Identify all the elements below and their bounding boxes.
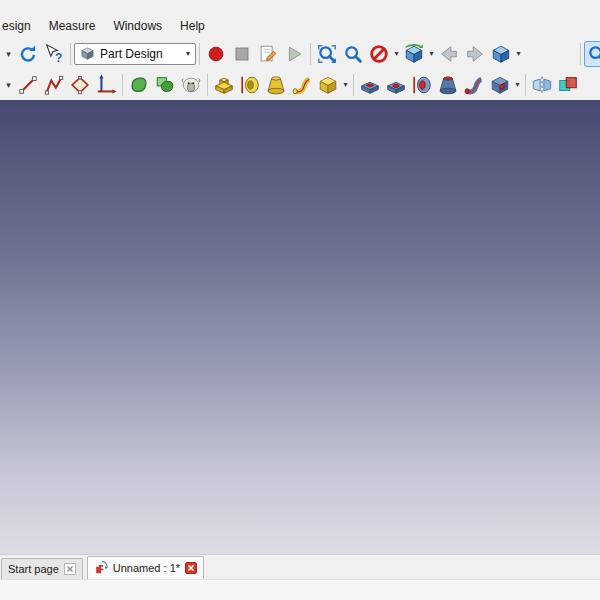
tab-start-page-label: Start page bbox=[8, 563, 59, 575]
toolbar-separator bbox=[525, 74, 526, 96]
sync-view-button[interactable] bbox=[401, 41, 427, 67]
workbench-selector[interactable]: Part Design▾ bbox=[74, 43, 196, 65]
pad-button[interactable] bbox=[211, 72, 237, 98]
partdesign-workbench-icon bbox=[80, 46, 95, 61]
svg-text:?: ? bbox=[55, 51, 62, 65]
subtractive-pipe-button[interactable] bbox=[461, 72, 487, 98]
document-tabbar: Start page Unnamed : 1* bbox=[0, 554, 600, 579]
menu-item-measure[interactable]: Measure bbox=[40, 16, 105, 36]
axonometric-view-button[interactable] bbox=[488, 41, 514, 67]
macro-record-button[interactable] bbox=[203, 41, 229, 67]
nav-forward-button[interactable] bbox=[462, 41, 488, 67]
subtractive-primitive-button-dropdown-arrow[interactable]: ▾ bbox=[513, 80, 522, 89]
menubar: esign Measure Windows Help bbox=[0, 0, 600, 38]
subtractive-loft-button[interactable] bbox=[435, 72, 461, 98]
macro-edit-button[interactable] bbox=[255, 41, 281, 67]
local-coordinate-system-button[interactable] bbox=[93, 72, 119, 98]
tab-unnamed-document[interactable]: Unnamed : 1* bbox=[87, 556, 204, 579]
macro-play-button[interactable] bbox=[281, 41, 307, 67]
zoom-button[interactable] bbox=[584, 41, 600, 67]
draw-style-button-dropdown-arrow[interactable]: ▾ bbox=[392, 49, 401, 58]
menu-item-design[interactable]: esign bbox=[0, 16, 40, 36]
toolbar-partdesign-tools: ▾▾▾ bbox=[0, 69, 600, 100]
toolbar-separator bbox=[70, 43, 71, 65]
sync-view-button-dropdown-arrow[interactable]: ▾ bbox=[427, 49, 436, 58]
refresh-button[interactable] bbox=[15, 41, 41, 67]
status-bar bbox=[0, 579, 600, 600]
additive-loft-button[interactable] bbox=[263, 72, 289, 98]
tab-start-page[interactable]: Start page bbox=[1, 558, 83, 579]
macro-stop-button[interactable] bbox=[229, 41, 255, 67]
toolbar-standard-macro-view: ▾?Part Design▾▾▾▾ bbox=[0, 38, 600, 69]
whats-this-button[interactable]: ? bbox=[41, 41, 67, 67]
nav-back-button[interactable] bbox=[436, 41, 462, 67]
toolbar-separator bbox=[310, 43, 311, 65]
chevron-down-icon: ▾ bbox=[186, 49, 190, 58]
axonometric-view-button-dropdown-arrow[interactable]: ▾ bbox=[514, 49, 523, 58]
menu-item-windows[interactable]: Windows bbox=[104, 16, 171, 36]
toolbar-separator bbox=[122, 74, 123, 96]
pocket-button[interactable] bbox=[357, 72, 383, 98]
datum-line-button[interactable] bbox=[15, 72, 41, 98]
fit-selection-button[interactable] bbox=[340, 41, 366, 67]
subshapebinder-button[interactable] bbox=[152, 72, 178, 98]
workbench-selector-value: Part Design bbox=[100, 47, 163, 61]
menu-item-help[interactable]: Help bbox=[171, 16, 214, 36]
polyline-button[interactable] bbox=[41, 72, 67, 98]
draw-style-button[interactable] bbox=[366, 41, 392, 67]
create-datum-dropdown-arrow[interactable]: ▾ bbox=[2, 80, 15, 90]
tab-unnamed-label: Unnamed : 1* bbox=[113, 562, 180, 574]
groove-button[interactable] bbox=[409, 72, 435, 98]
toolbar-separator bbox=[580, 43, 581, 65]
fit-all-button[interactable] bbox=[314, 41, 340, 67]
redo-dropdown-arrow[interactable]: ▾ bbox=[2, 49, 15, 59]
revolution-button[interactable] bbox=[237, 72, 263, 98]
additive-primitive-button-dropdown-arrow[interactable]: ▾ bbox=[341, 80, 350, 89]
close-icon[interactable] bbox=[185, 562, 197, 574]
hole-button[interactable] bbox=[383, 72, 409, 98]
freecad-document-icon bbox=[94, 561, 108, 575]
toolbar-separator bbox=[199, 43, 200, 65]
close-icon[interactable] bbox=[64, 563, 76, 575]
datum-plane-button[interactable] bbox=[67, 72, 93, 98]
additive-primitive-button[interactable] bbox=[315, 72, 341, 98]
toolbar-separator bbox=[353, 74, 354, 96]
shapebinder-button[interactable] bbox=[126, 72, 152, 98]
subtractive-primitive-button[interactable] bbox=[487, 72, 513, 98]
additive-pipe-button[interactable] bbox=[289, 72, 315, 98]
3d-viewport[interactable] bbox=[0, 100, 600, 554]
clone-button[interactable] bbox=[178, 72, 204, 98]
toolbar-separator bbox=[207, 74, 208, 96]
boolean-operation-button[interactable] bbox=[555, 72, 581, 98]
mirrored-button[interactable] bbox=[529, 72, 555, 98]
